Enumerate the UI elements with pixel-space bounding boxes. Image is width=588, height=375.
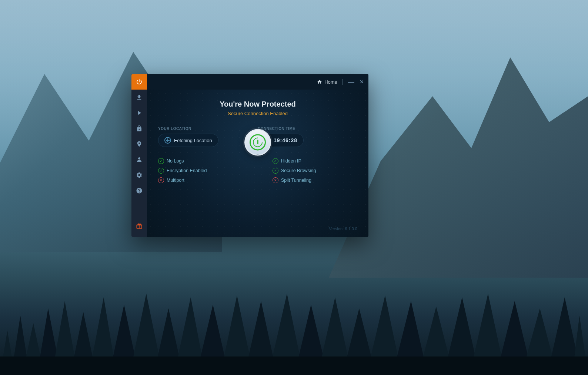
window-controls: — ✕: [348, 79, 364, 84]
app-window: Home | — ✕ You're Now Protected Secure C…: [131, 74, 368, 237]
version-bar: Version: 6.1.0.0: [158, 227, 357, 231]
feature-label-no-logs: No Logs: [167, 158, 184, 164]
protected-title: You're Now Protected: [220, 100, 296, 108]
close-button[interactable]: ✕: [360, 79, 364, 84]
power-button-inner: [250, 134, 266, 150]
power-spacer: [243, 158, 273, 187]
features-right: ✓ Hidden IP ✓ Secure Browsing ✕ Split Tu…: [273, 158, 357, 187]
check-icon-secure-browsing: ✓: [273, 168, 278, 174]
lock-icon: [136, 125, 143, 132]
feature-label-hidden-ip: Hidden IP: [281, 158, 301, 164]
main-panel: Home | — ✕ You're Now Protected Secure C…: [147, 74, 368, 237]
connection-time-section: CONNECTION TIME 19:46:28: [258, 127, 357, 147]
sidebar-item-user[interactable]: [131, 152, 147, 167]
gift-icon: [136, 223, 143, 230]
sidebar: [131, 74, 147, 237]
location-value: Fetching Location: [174, 138, 212, 143]
connection-time-value: 19:46:28: [274, 137, 297, 143]
download-icon: [136, 94, 143, 101]
sidebar-item-settings[interactable]: [131, 167, 147, 183]
title-bar: Home | — ✕: [147, 74, 368, 90]
feature-label-split-tunneling: Split Tunneling: [281, 178, 311, 183]
sidebar-item-lock[interactable]: [131, 121, 147, 136]
power-center: [244, 129, 271, 155]
svg-rect-27: [0, 356, 588, 375]
user-icon: [136, 156, 143, 163]
sidebar-item-gift[interactable]: [131, 218, 147, 234]
location-label: YOUR LOCATION: [158, 127, 258, 131]
check-icon-hidden-ip: ✓: [273, 158, 278, 164]
feature-hidden-ip: ✓ Hidden IP: [273, 158, 357, 164]
sidebar-item-help[interactable]: [131, 183, 147, 198]
feature-multiport: ✕ Multiport: [158, 177, 243, 183]
sidebar-item-power[interactable]: [131, 74, 147, 90]
feature-encryption: ✓ Encryption Enabled: [158, 168, 243, 174]
content-area: You're Now Protected Secure Connection E…: [147, 90, 368, 237]
power-icon: [136, 78, 143, 85]
feature-label-encryption: Encryption Enabled: [167, 168, 207, 173]
globe-icon: [164, 137, 171, 144]
feature-no-logs: ✓ No Logs: [158, 158, 243, 164]
feature-split-tunneling: ✕ Split Tunneling: [273, 177, 357, 183]
tree-silhouette: [0, 264, 588, 375]
feature-label-secure-browsing: Secure Browsing: [281, 168, 316, 173]
home-nav[interactable]: Home: [317, 79, 337, 85]
sidebar-item-download[interactable]: [131, 90, 147, 105]
feature-secure-browsing: ✓ Secure Browsing: [273, 168, 357, 174]
feature-label-multiport: Multiport: [167, 178, 184, 183]
home-icon: [317, 79, 322, 84]
sidebar-item-ip[interactable]: [131, 136, 147, 152]
check-icon-no-logs: ✓: [158, 158, 164, 164]
check-icon-encryption: ✓: [158, 168, 164, 174]
minimize-button[interactable]: —: [348, 79, 354, 84]
features-left: ✓ No Logs ✓ Encryption Enabled ✕ Multipo…: [158, 158, 243, 187]
home-label: Home: [324, 79, 337, 85]
status-row: YOUR LOCATION Fetching Location CONNECTI…: [158, 127, 357, 147]
title-separator: |: [342, 78, 343, 85]
power-button[interactable]: [244, 129, 271, 155]
features-row: ✓ No Logs ✓ Encryption Enabled ✕ Multipo…: [158, 158, 357, 187]
location-badge: Fetching Location: [158, 134, 218, 147]
play-icon: [136, 110, 143, 116]
x-icon-multiport: ✕: [158, 177, 164, 183]
help-icon: [136, 187, 143, 194]
secure-subtitle: Secure Connection Enabled: [228, 111, 288, 116]
settings-icon: [136, 172, 143, 178]
x-icon-split-tunneling: ✕: [273, 177, 278, 183]
ip-icon: [136, 141, 143, 147]
sidebar-item-play[interactable]: [131, 105, 147, 121]
version-text: Version: 6.1.0.0: [329, 227, 357, 231]
location-section: YOUR LOCATION Fetching Location: [158, 127, 258, 147]
